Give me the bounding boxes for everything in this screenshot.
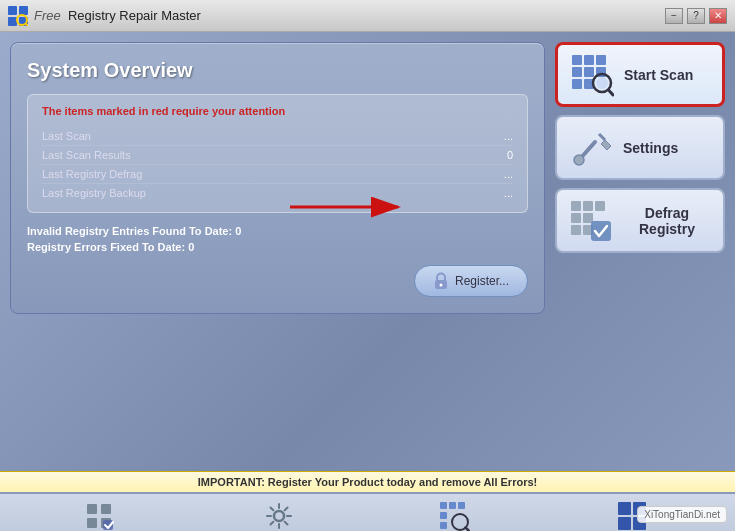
close-button[interactable]: ✕ bbox=[709, 8, 727, 24]
last-defrag-value: ... bbox=[504, 168, 513, 180]
title-bar: Free Registry Repair Master − ? ✕ bbox=[0, 0, 735, 32]
svg-rect-39 bbox=[458, 502, 465, 509]
svg-point-19 bbox=[596, 77, 608, 89]
restore-toolbar-icon bbox=[83, 500, 115, 531]
last-scan-label: Last Scan bbox=[42, 130, 91, 142]
svg-rect-31 bbox=[87, 504, 97, 514]
bottom-toolbar: Restore Settings Scan bbox=[0, 492, 735, 531]
settings-button[interactable]: Settings bbox=[555, 115, 725, 180]
register-row: Register... bbox=[27, 265, 528, 297]
defrag-icon bbox=[569, 199, 613, 243]
stat-errors-fixed: Registry Errors Fixed To Date: 0 bbox=[27, 241, 528, 253]
svg-line-20 bbox=[609, 90, 614, 95]
svg-rect-10 bbox=[572, 55, 582, 65]
lock-icon bbox=[433, 272, 449, 290]
last-scan-value: ... bbox=[504, 130, 513, 142]
svg-rect-11 bbox=[584, 55, 594, 65]
last-scan-results-value: 0 bbox=[507, 149, 513, 161]
svg-line-5 bbox=[26, 24, 28, 26]
last-defrag-label: Last Registry Defrag bbox=[42, 168, 142, 180]
svg-line-43 bbox=[465, 528, 469, 532]
last-backup-label: Last Registry Backup bbox=[42, 187, 146, 199]
toolbar-item-restore[interactable]: Restore bbox=[79, 500, 120, 531]
settings-label: Settings bbox=[623, 140, 678, 156]
last-backup-value: ... bbox=[504, 187, 513, 199]
main-container: System Overview The items marked in red … bbox=[0, 32, 735, 471]
info-box-header: The items marked in red require your att… bbox=[42, 105, 513, 117]
svg-rect-0 bbox=[8, 6, 17, 15]
svg-rect-24 bbox=[583, 201, 593, 211]
table-row: Last Scan ... bbox=[42, 127, 513, 146]
toolbar-item-scan[interactable]: Scan bbox=[438, 500, 470, 531]
section-title: System Overview bbox=[27, 59, 528, 82]
right-panel: Start Scan Settings bbox=[555, 42, 725, 461]
scan-icon bbox=[570, 53, 614, 97]
minimize-button[interactable]: − bbox=[665, 8, 683, 24]
svg-rect-38 bbox=[449, 502, 456, 509]
svg-rect-41 bbox=[440, 522, 447, 529]
svg-rect-44 bbox=[618, 502, 631, 515]
svg-rect-32 bbox=[101, 504, 111, 514]
svg-rect-1 bbox=[19, 6, 28, 15]
svg-rect-23 bbox=[571, 201, 581, 211]
svg-rect-25 bbox=[595, 201, 605, 211]
table-row: Last Registry Backup ... bbox=[42, 184, 513, 202]
svg-rect-28 bbox=[571, 225, 581, 235]
defrag-registry-label: Defrag Registry bbox=[623, 205, 711, 237]
settings-icon bbox=[569, 126, 613, 170]
svg-point-7 bbox=[439, 284, 442, 287]
svg-rect-40 bbox=[440, 512, 447, 519]
svg-rect-2 bbox=[8, 17, 17, 26]
watermark: XiTongTianDi.net bbox=[637, 506, 727, 523]
defrag-registry-button[interactable]: Defrag Registry bbox=[555, 188, 725, 253]
svg-rect-46 bbox=[618, 517, 631, 530]
left-panel-wrapper: System Overview The items marked in red … bbox=[10, 42, 545, 461]
start-scan-button[interactable]: Start Scan bbox=[555, 42, 725, 107]
svg-rect-27 bbox=[583, 213, 593, 223]
table-row: Last Registry Defrag ... bbox=[42, 165, 513, 184]
stats-section: Invalid Registry Entries Found To Date: … bbox=[27, 225, 528, 253]
register-button[interactable]: Register... bbox=[414, 265, 528, 297]
start-scan-label: Start Scan bbox=[624, 67, 693, 83]
svg-line-22 bbox=[599, 134, 605, 140]
last-scan-results-label: Last Scan Results bbox=[42, 149, 131, 161]
svg-rect-12 bbox=[596, 55, 606, 65]
help-button[interactable]: ? bbox=[687, 8, 705, 24]
svg-rect-13 bbox=[572, 67, 582, 77]
info-box: The items marked in red require your att… bbox=[27, 94, 528, 213]
svg-point-36 bbox=[274, 511, 284, 521]
settings-toolbar-icon bbox=[263, 500, 295, 531]
svg-point-21 bbox=[574, 155, 584, 165]
svg-rect-14 bbox=[584, 67, 594, 77]
svg-rect-33 bbox=[87, 518, 97, 528]
important-notice: IMPORTANT: Register Your Product today a… bbox=[0, 471, 735, 492]
scan-toolbar-icon bbox=[438, 500, 470, 531]
table-row: Last Scan Results 0 bbox=[42, 146, 513, 165]
app-logo-icon bbox=[8, 6, 28, 26]
svg-rect-16 bbox=[572, 79, 582, 89]
stat-invalid-entries: Invalid Registry Entries Found To Date: … bbox=[27, 225, 528, 237]
svg-rect-37 bbox=[440, 502, 447, 509]
svg-rect-26 bbox=[571, 213, 581, 223]
toolbar-item-settings[interactable]: Settings bbox=[257, 500, 300, 531]
title-bar-text: Free Registry Repair Master bbox=[34, 8, 201, 23]
left-panel: System Overview The items marked in red … bbox=[10, 42, 545, 314]
